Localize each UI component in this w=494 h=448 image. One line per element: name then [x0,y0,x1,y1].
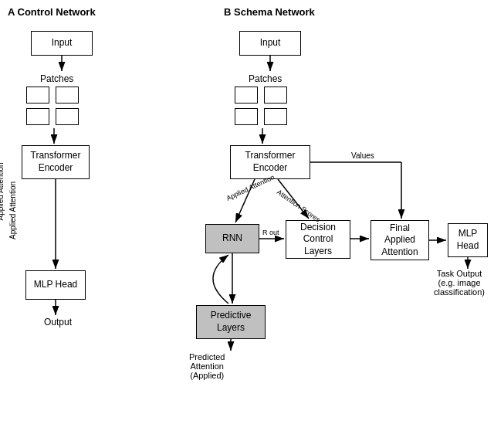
diagram-container: A Control Network B Schema Network Input… [0,0,494,448]
schema-patches-label: Patches [249,73,282,84]
svg-text:Values: Values [351,151,374,160]
patch-cell [26,87,49,104]
patch-cell [264,87,287,104]
schema-mlp-box: MLP Head [448,223,488,257]
schema-decision-box: Decision Control Layers [286,220,350,259]
control-input-box: Input [31,31,93,56]
control-patch-grid [26,87,82,127]
svg-line-9 [278,179,309,219]
patch-cell [56,108,79,125]
patch-cell [235,108,258,125]
section-b-label: B Schema Network [224,6,315,18]
patch-cell [264,108,287,125]
svg-line-8 [235,179,255,222]
schema-final-attention-box: Final Applied Attention [370,220,429,260]
schema-rnn-box: RNN [205,224,259,253]
control-transformer-box: Transformer Encoder [22,145,90,179]
patch-cell [26,108,49,125]
schema-predictive-box: Predictive Layers [196,305,266,339]
svg-text:R out: R out [262,229,279,236]
svg-text:Attention Scores: Attention Scores [276,188,322,223]
control-applied-attention-label: Applied Attention [0,159,5,221]
patch-cell [56,87,79,104]
control-output-label: Output [44,317,72,328]
patch-cell [235,87,258,104]
control-patches-label: Patches [40,73,73,84]
section-a-label: A Control Network [8,6,96,18]
schema-transformer-box: Transformer Encoder [230,145,310,179]
schema-predicted-attention-label: Predicted Attention (Applied) [189,352,225,380]
control-mlp-box: MLP Head [25,270,86,300]
schema-task-output-label: Task Output (e.g. image classification) [425,269,494,297]
schema-input-box: Input [239,31,301,56]
svg-text:Applied Attention: Applied Attention [8,182,17,239]
schema-patch-grid [235,87,290,127]
